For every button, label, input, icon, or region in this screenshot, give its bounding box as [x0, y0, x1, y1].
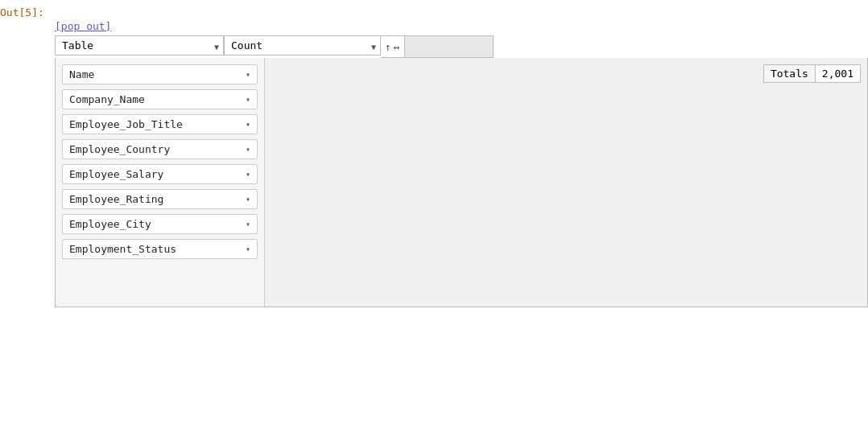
field-arrow-icon: ▾	[246, 95, 250, 104]
sort-desc-icon: ↔	[394, 42, 400, 52]
field-arrow-icon: ▾	[246, 70, 250, 79]
field-chip-employee_city[interactable]: Employee_City▾	[62, 214, 258, 234]
field-chip-name[interactable]: Name▾	[62, 64, 258, 84]
toolbar: TableBar ChartLine Chart ▼ CountSumMeanM…	[55, 35, 868, 58]
totals-box: Totals 2,001	[763, 64, 861, 83]
field-arrow-icon: ▾	[246, 170, 250, 179]
field-chip-employee_rating[interactable]: Employee_Rating▾	[62, 189, 258, 209]
output-label: Out[5]:	[0, 6, 55, 19]
sort-buttons[interactable]: ↑ ↔	[381, 35, 405, 58]
field-chip-employee_country[interactable]: Employee_Country▾	[62, 139, 258, 159]
field-name-label: Employee_Rating	[69, 193, 163, 205]
field-chip-company_name[interactable]: Company_Name▾	[62, 89, 258, 109]
fields-panel: Name▾Company_Name▾Employee_Job_Title▾Emp…	[56, 58, 265, 307]
field-name-label: Employee_Country	[69, 143, 170, 155]
table-dropdown-wrapper[interactable]: TableBar ChartLine Chart ▼	[55, 35, 224, 58]
field-name-label: Employee_Salary	[69, 168, 163, 180]
main-area: Name▾Company_Name▾Employee_Job_Title▾Emp…	[55, 58, 868, 307]
totals-label: Totals	[764, 65, 816, 82]
totals-value: 2,001	[816, 65, 860, 82]
field-name-label: Employee_City	[69, 218, 151, 230]
field-arrow-icon: ▾	[246, 220, 250, 228]
field-chip-employment_status[interactable]: Employment_Status▾	[62, 239, 258, 259]
field-name-label: Name	[69, 68, 94, 80]
count-dropdown-wrapper[interactable]: CountSumMeanMaxMin ▼	[224, 35, 381, 58]
field-chip-employee_salary[interactable]: Employee_Salary▾	[62, 164, 258, 184]
sort-asc-icon: ↑	[385, 42, 391, 52]
count-dropdown[interactable]: CountSumMeanMaxMin	[224, 35, 381, 56]
field-arrow-icon: ▾	[246, 120, 250, 129]
pop-out-link[interactable]: [pop out]	[55, 20, 111, 32]
field-name-label: Company_Name	[69, 93, 145, 105]
field-chip-employee_job_title[interactable]: Employee_Job_Title▾	[62, 114, 258, 134]
widget-container: TableBar ChartLine Chart ▼ CountSumMeanM…	[55, 35, 868, 307]
field-arrow-icon: ▾	[246, 145, 250, 154]
field-name-label: Employment_Status	[69, 243, 176, 255]
field-name-label: Employee_Job_Title	[69, 118, 183, 130]
spacer-box	[405, 35, 494, 58]
data-panel: Totals 2,001	[265, 58, 867, 307]
table-dropdown[interactable]: TableBar ChartLine Chart	[55, 35, 224, 56]
field-arrow-icon: ▾	[246, 245, 250, 253]
field-arrow-icon: ▾	[246, 195, 250, 204]
